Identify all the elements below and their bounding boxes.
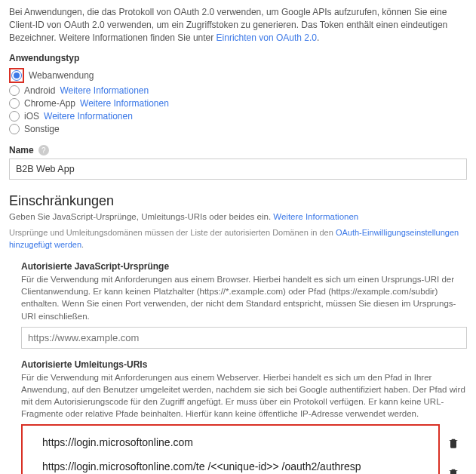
redirect-uri-row: https://login.microsoftonline.com/te /<<… — [29, 454, 432, 474]
app-type-group: Webanwendung Android Weitere Information… — [9, 68, 467, 134]
js-origins-desc: Für die Verwendung mit Anforderungen aus… — [21, 273, 467, 322]
option-label: iOS — [24, 111, 39, 122]
option-more-link[interactable]: Weitere Informationen — [44, 111, 133, 122]
js-origins-input[interactable] — [21, 327, 467, 349]
app-type-option-android[interactable]: Android Weitere Informationen — [9, 85, 467, 96]
app-type-option-chrome[interactable]: Chrome-App Weitere Informationen — [9, 98, 467, 109]
option-label: Android — [24, 85, 55, 96]
redirect-uris-block: Autorisierte Umleitungs-URIs Für die Ver… — [9, 359, 467, 474]
redirect-uri-row: https://login.microsoftonline.com — [29, 430, 432, 454]
app-type-option-other[interactable]: Sonstige — [9, 124, 467, 134]
option-label: Webanwendung — [29, 70, 94, 81]
js-origins-block: Autorisierte JavaScript-Ursprünge Für di… — [9, 261, 467, 348]
radio-icon — [9, 85, 20, 96]
redirect-uris-highlight: https://login.microsoftonline.com https:… — [21, 424, 440, 474]
radio-icon — [11, 70, 22, 81]
radio-icon — [9, 124, 20, 134]
option-label: Chrome-App — [24, 98, 75, 109]
app-type-option-ios[interactable]: iOS Weitere Informationen — [9, 111, 467, 122]
help-icon[interactable]: ? — [38, 145, 49, 155]
restrictions-heading: Einschränkungen — [9, 193, 467, 209]
restrictions-more-link[interactable]: Weitere Informationen — [273, 212, 358, 221]
delete-icon[interactable] — [447, 466, 459, 474]
radio-icon — [9, 111, 20, 122]
name-label: Name — [9, 145, 34, 155]
option-more-link[interactable]: Weitere Informationen — [60, 85, 149, 96]
radio-icon — [9, 98, 20, 109]
redirect-uris-desc: Für die Verwendung mit Anforderungen aus… — [21, 371, 467, 420]
delete-icon[interactable] — [447, 436, 459, 450]
option-more-link[interactable]: Weitere Informationen — [80, 98, 169, 109]
highlight-selected — [9, 68, 24, 83]
option-label: Sonstige — [24, 124, 60, 134]
app-type-option-web[interactable]: Webanwendung — [9, 68, 467, 83]
intro-text: Bei Anwendungen, die das Protokoll von O… — [9, 6, 467, 44]
restrictions-sub2: Ursprünge und Umleitungsdomänen müssen d… — [9, 227, 467, 251]
name-input[interactable] — [9, 159, 467, 180]
redirect-uris-title: Autorisierte Umleitungs-URIs — [21, 359, 467, 370]
redirect-uri-value: https://login.microsoftonline.com/te /<<… — [29, 460, 432, 472]
js-origins-title: Autorisierte JavaScript-Ursprünge — [21, 261, 467, 272]
redirect-uri-value: https://login.microsoftonline.com — [29, 436, 432, 448]
intro-link[interactable]: Einrichten von OAuth 2.0 — [217, 32, 317, 43]
app-type-label: Anwendungstyp — [9, 53, 467, 63]
restrictions-sub1: Geben Sie JavaScript-Ursprünge, Umleitun… — [9, 211, 467, 223]
